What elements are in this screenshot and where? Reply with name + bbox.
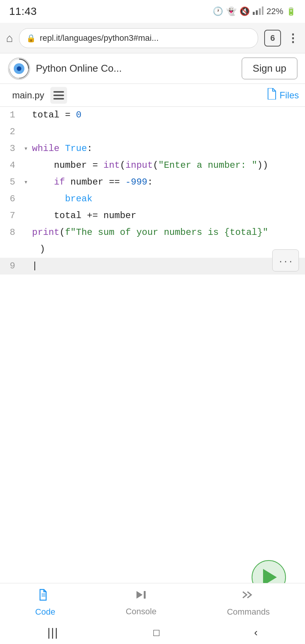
line-content-7: total += number bbox=[30, 207, 305, 224]
files-button[interactable]: Files bbox=[266, 88, 299, 102]
svg-rect-8 bbox=[53, 95, 64, 96]
tab-count[interactable]: 6 bbox=[264, 30, 281, 47]
nav-code[interactable]: Code bbox=[35, 588, 55, 617]
browser-bar: ⌂ 🔒 repl.it/languages/python3#mai... 6 ⋮ bbox=[0, 23, 305, 53]
svg-rect-2 bbox=[259, 8, 261, 15]
line-content-8b: ) bbox=[30, 241, 305, 258]
code-editor[interactable]: 1 total = 0 2 3 ▾ while True: 4 number =… bbox=[0, 107, 305, 275]
console-nav-label: Console bbox=[126, 607, 157, 617]
line-num-2: 2 bbox=[0, 124, 21, 140]
line-num-3: 3 bbox=[0, 140, 21, 157]
file-tabs-bar: main.py Files bbox=[0, 84, 305, 107]
nav-console[interactable]: Console bbox=[126, 588, 157, 617]
more-button[interactable]: ... bbox=[272, 249, 299, 271]
code-line-8b: ) bbox=[0, 241, 305, 258]
repl-logo-area: Python Online Co... bbox=[8, 57, 122, 80]
status-icons: 🕐 👻 🔇 22% 🔋 bbox=[213, 6, 296, 17]
commands-nav-label: Commands bbox=[227, 607, 270, 617]
active-file-tab[interactable]: main.py bbox=[6, 87, 50, 104]
code-line-1: 1 total = 0 bbox=[0, 107, 305, 124]
mute-icon: 🔇 bbox=[239, 6, 250, 16]
code-nav-icon bbox=[39, 588, 52, 605]
android-nav: ||| □ ‹ bbox=[0, 621, 305, 644]
line-num-1: 1 bbox=[0, 107, 21, 124]
file-tab-menu-icon[interactable] bbox=[50, 87, 67, 104]
svg-rect-1 bbox=[256, 10, 258, 15]
line-num-6: 6 bbox=[0, 191, 21, 207]
repl-header: Python Online Co... Sign up bbox=[0, 53, 305, 84]
signup-button[interactable]: Sign up bbox=[242, 58, 297, 79]
line-content-8: print(f"The sum of your numbers is {tota… bbox=[30, 224, 305, 241]
svg-rect-9 bbox=[53, 98, 64, 100]
browser-menu-icon[interactable]: ⋮ bbox=[287, 31, 299, 45]
home-icon[interactable]: ⌂ bbox=[6, 32, 13, 45]
svg-rect-0 bbox=[253, 12, 255, 15]
svg-rect-7 bbox=[53, 91, 64, 93]
lock-icon: 🔒 bbox=[26, 34, 36, 43]
repl-title: Python Online Co... bbox=[36, 63, 122, 74]
code-line-4: 4 number = int(input("Enter a number: ")… bbox=[0, 157, 305, 174]
status-bar: 11:43 🕐 👻 🔇 22% 🔋 bbox=[0, 0, 305, 23]
code-empty-area bbox=[0, 275, 305, 465]
code-line-5: 5 ▾ if number == -999: bbox=[0, 174, 305, 191]
console-nav-icon bbox=[134, 588, 148, 604]
commands-nav-icon bbox=[241, 588, 255, 605]
line-content-1: total = 0 bbox=[30, 107, 305, 124]
line-num-5: 5 bbox=[0, 174, 21, 191]
code-nav-label: Code bbox=[35, 607, 55, 617]
line-content-3: while True: bbox=[30, 140, 305, 157]
battery-percent: 22% bbox=[266, 6, 283, 16]
signal-icon bbox=[253, 6, 263, 17]
android-home-btn[interactable]: □ bbox=[153, 627, 159, 639]
svg-rect-13 bbox=[144, 591, 146, 599]
svg-point-6 bbox=[17, 66, 21, 71]
line-content-9: | bbox=[30, 258, 305, 275]
code-line-3: 3 ▾ while True: bbox=[0, 140, 305, 157]
line-num-7: 7 bbox=[0, 207, 21, 224]
line-content-4: number = int(input("Enter a number: ")) bbox=[30, 157, 305, 174]
code-line-7: 7 total += number bbox=[0, 207, 305, 224]
snapchat-icon: 👻 bbox=[226, 6, 236, 16]
bottom-nav: Code Console Commands bbox=[0, 583, 305, 621]
url-text: repl.it/languages/python3#mai... bbox=[40, 33, 159, 43]
url-bar[interactable]: 🔒 repl.it/languages/python3#mai... bbox=[19, 28, 258, 48]
nav-commands[interactable]: Commands bbox=[227, 588, 270, 617]
file-doc-icon bbox=[266, 88, 276, 102]
repl-logo bbox=[8, 57, 30, 80]
line-content-5: if number == -999: bbox=[30, 174, 305, 191]
clock-icon: 🕐 bbox=[213, 6, 223, 16]
code-line-8: 8 print(f"The sum of your numbers is {to… bbox=[0, 224, 305, 241]
line-num-9: 9 bbox=[0, 258, 21, 275]
svg-rect-3 bbox=[262, 6, 263, 15]
code-line-9: 9 | bbox=[0, 258, 305, 275]
battery-icon: 🔋 bbox=[286, 7, 296, 16]
code-line-6: 6 break bbox=[0, 191, 305, 207]
status-time: 11:43 bbox=[9, 5, 37, 18]
line-num-8: 8 bbox=[0, 224, 21, 241]
svg-marker-12 bbox=[136, 591, 143, 599]
files-label: Files bbox=[279, 90, 299, 101]
code-line-2: 2 bbox=[0, 124, 305, 140]
line-content-6: break bbox=[30, 191, 305, 207]
line-num-4: 4 bbox=[0, 157, 21, 174]
android-recents-btn[interactable]: ||| bbox=[47, 626, 58, 639]
android-back-btn[interactable]: ‹ bbox=[254, 626, 257, 639]
